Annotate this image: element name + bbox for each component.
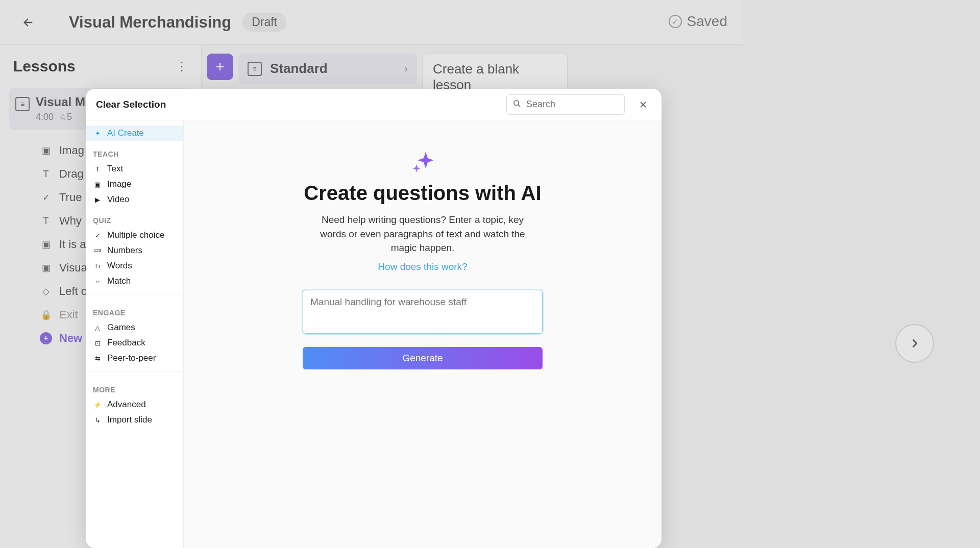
how-does-this-work-link[interactable]: How does this work? (378, 261, 467, 272)
sidebar-heading-quiz: QUIZ (86, 207, 183, 228)
sidebar-item-peer[interactable]: ⇆Peer-to-peer (86, 351, 183, 366)
sidebar-heading-teach: TEACH (86, 141, 183, 161)
clear-selection-button[interactable]: Clear Selection (96, 99, 166, 110)
sparkle-icon (408, 150, 437, 175)
match-icon: ↔ (93, 277, 102, 286)
sidebar-item-feedback[interactable]: ⊡Feedback (86, 335, 183, 351)
sidebar-item-ai-create[interactable]: ✦ AI Create (86, 126, 183, 141)
text-icon: T (93, 164, 102, 173)
sidebar-heading-more: MORE (86, 377, 183, 397)
words-icon: Tт (93, 261, 102, 270)
peer-icon: ⇆ (93, 354, 102, 363)
check-circle-icon: ✓ (93, 231, 102, 240)
generate-button[interactable]: Generate (303, 347, 543, 369)
svg-point-1 (514, 101, 519, 105)
sidebar-item-video[interactable]: ▶Video (86, 192, 183, 207)
sidebar-item-text[interactable]: TText (86, 161, 183, 177)
modal-main-panel: Create questions with AI Need help writi… (184, 120, 662, 548)
bolt-icon: ⚡ (93, 400, 102, 409)
sidebar-item-words[interactable]: TтWords (86, 258, 183, 273)
play-icon: ▶ (93, 195, 102, 204)
sidebar-item-import-slide[interactable]: ↳Import slide (86, 412, 183, 428)
create-questions-modal: Clear Selection ✦ AI Create TEACH TText … (86, 89, 662, 548)
search-field[interactable] (506, 94, 625, 115)
sidebar-item-match[interactable]: ↔Match (86, 273, 183, 289)
feedback-icon: ⊡ (93, 338, 102, 347)
sidebar-item-numbers[interactable]: 123Numbers (86, 243, 183, 258)
sidebar-heading-engage: ENGAGE (86, 300, 183, 320)
svg-line-2 (518, 105, 520, 107)
games-icon: △ (93, 323, 102, 332)
sparkle-icon: ✦ (93, 129, 102, 138)
sidebar-item-image[interactable]: ▣Image (86, 177, 183, 192)
topic-input[interactable] (303, 290, 543, 334)
sidebar-item-advanced[interactable]: ⚡Advanced (86, 397, 183, 412)
modal-sidebar: ✦ AI Create TEACH TText ▣Image ▶Video QU… (86, 120, 184, 548)
ai-create-title: Create questions with AI (304, 182, 541, 205)
ai-create-subtitle: Need help writing questions? Enter a top… (310, 213, 535, 255)
sidebar-item-multiple-choice[interactable]: ✓Multiple choice (86, 228, 183, 243)
search-icon (513, 99, 521, 110)
numbers-icon: 123 (93, 246, 102, 255)
image-icon: ▣ (93, 180, 102, 189)
close-button[interactable] (635, 96, 651, 113)
search-input[interactable] (526, 99, 645, 110)
sidebar-item-games[interactable]: △Games (86, 320, 183, 335)
import-icon: ↳ (93, 415, 102, 425)
modal-header: Clear Selection (86, 89, 662, 120)
